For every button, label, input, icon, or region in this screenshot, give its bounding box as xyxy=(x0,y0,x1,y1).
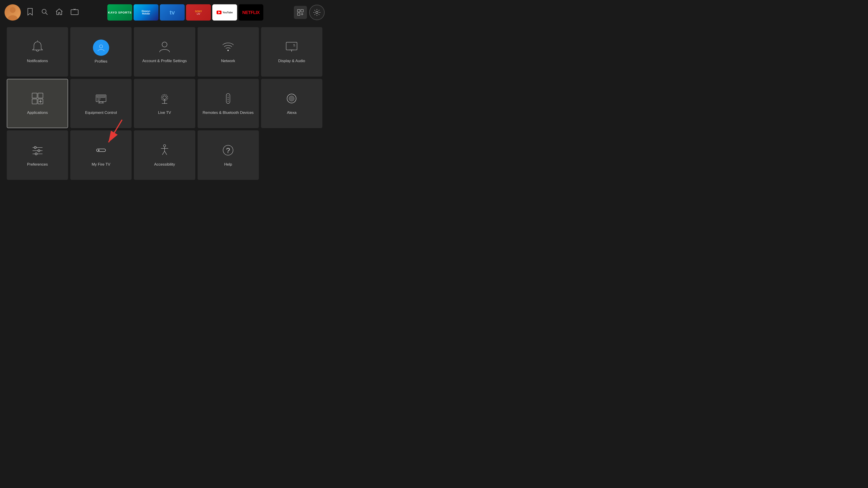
app-tv[interactable]: tv xyxy=(160,4,185,21)
grid-item-preferences[interactable]: Preferences xyxy=(7,130,68,180)
svg-rect-10 xyxy=(301,9,303,12)
accessibility-label: Accessibility xyxy=(154,162,175,167)
settings-grid: Notifications Profiles Account & Profile… xyxy=(0,25,329,184)
svg-point-54 xyxy=(35,153,37,155)
tv-icon[interactable] xyxy=(69,6,81,19)
antenna-icon xyxy=(158,92,171,107)
svg-rect-11 xyxy=(298,13,300,15)
top-navigation: KAYO SPORTS Disney+Hotstar tv SONY LIV Y… xyxy=(0,0,329,25)
nav-left xyxy=(4,4,81,21)
svg-rect-5 xyxy=(71,10,78,15)
network-label: Network xyxy=(221,59,235,64)
svg-rect-24 xyxy=(32,93,37,98)
kayo-label: KAYO SPORTS xyxy=(108,11,131,14)
svg-point-14 xyxy=(316,11,318,13)
netflix-label: NETFLIX xyxy=(242,10,259,15)
svg-point-16 xyxy=(99,45,103,48)
svg-point-52 xyxy=(38,150,40,152)
app-kayo[interactable]: KAYO SPORTS xyxy=(107,4,132,21)
grid-item-alexa[interactable]: Alexa xyxy=(261,79,322,128)
help-label: Help xyxy=(224,162,232,167)
alexa-label: Alexa xyxy=(287,110,297,115)
user-avatar[interactable] xyxy=(4,4,21,21)
svg-rect-26 xyxy=(32,99,37,104)
settings-icon[interactable] xyxy=(309,5,324,20)
hotstar-label: Disney+Hotstar xyxy=(141,9,151,16)
preferences-label: Preferences xyxy=(27,162,48,167)
svg-point-48 xyxy=(289,96,294,101)
svg-line-60 xyxy=(162,151,164,155)
svg-point-46 xyxy=(228,101,228,102)
svg-rect-19 xyxy=(286,42,297,50)
grid-item-remotes[interactable]: Remotes & Bluetooth Devices xyxy=(197,79,259,128)
profile-icon xyxy=(93,39,109,56)
svg-point-57 xyxy=(163,144,166,147)
equipment-icon xyxy=(94,92,108,107)
myfiretv-label: My Fire TV xyxy=(92,162,110,167)
remote-icon xyxy=(221,92,235,107)
svg-point-17 xyxy=(162,42,167,47)
grid-item-applications[interactable]: Applications xyxy=(7,79,68,128)
grid-item-notifications[interactable]: Notifications xyxy=(7,27,68,76)
svg-rect-25 xyxy=(38,93,43,98)
bookmark-icon[interactable] xyxy=(25,6,35,19)
profiles-label: Profiles xyxy=(94,59,107,64)
firetv-icon xyxy=(94,143,108,159)
account-icon xyxy=(158,40,171,55)
display-label: Display & Audio xyxy=(278,59,305,64)
youtube-label: YouTube xyxy=(222,11,232,14)
search-icon[interactable] xyxy=(39,6,50,19)
app-youtube[interactable]: YouTube xyxy=(212,4,237,21)
svg-point-56 xyxy=(98,150,99,151)
app-sony[interactable]: SONY LIV xyxy=(186,4,211,21)
svg-line-4 xyxy=(45,13,48,15)
youtube-content: YouTube xyxy=(217,11,232,14)
livetv-label: Live TV xyxy=(158,110,171,115)
sony-app-content: SONY LIV xyxy=(195,10,202,15)
app-shortcuts: KAYO SPORTS Disney+Hotstar tv SONY LIV Y… xyxy=(107,4,264,21)
apps-icon xyxy=(31,92,44,107)
apps-grid-icon[interactable] xyxy=(294,6,307,19)
app-netflix[interactable]: NETFLIX xyxy=(239,4,264,21)
svg-point-1 xyxy=(8,15,18,21)
applications-label: Applications xyxy=(27,110,48,115)
svg-rect-9 xyxy=(298,9,300,12)
equipment-label: Equipment Control xyxy=(85,110,117,115)
svg-rect-55 xyxy=(96,149,105,152)
notifications-label: Notifications xyxy=(27,59,48,64)
nav-right xyxy=(294,5,324,20)
svg-point-44 xyxy=(228,97,228,98)
svg-text:?: ? xyxy=(226,147,230,155)
svg-point-45 xyxy=(228,99,228,100)
sliders-icon xyxy=(31,143,44,159)
grid-item-equipment[interactable]: Equipment Control xyxy=(70,79,131,128)
wifi-icon xyxy=(221,40,235,55)
tv-app-label: tv xyxy=(169,9,175,16)
alexa-icon xyxy=(285,92,298,107)
home-icon[interactable] xyxy=(54,6,65,19)
app-hotstar[interactable]: Disney+Hotstar xyxy=(133,4,158,21)
svg-point-39 xyxy=(163,96,166,99)
grid-item-account[interactable]: Account & Profile Settings xyxy=(134,27,195,76)
grid-item-profiles[interactable]: Profiles xyxy=(70,27,131,76)
grid-item-myfiretv[interactable]: My Fire TV xyxy=(70,130,131,180)
bell-icon xyxy=(31,40,44,55)
svg-rect-31 xyxy=(97,96,105,98)
svg-point-50 xyxy=(34,147,36,149)
grid-item-livetv[interactable]: Live TV xyxy=(134,79,195,128)
svg-line-61 xyxy=(164,151,167,155)
grid-item-network[interactable]: Network xyxy=(197,27,259,76)
grid-item-display[interactable]: Display & Audio xyxy=(261,27,322,76)
svg-point-18 xyxy=(227,50,229,51)
remotes-label: Remotes & Bluetooth Devices xyxy=(203,110,254,115)
account-label: Account & Profile Settings xyxy=(143,59,187,64)
grid-item-accessibility[interactable]: Accessibility xyxy=(134,130,195,180)
accessibility-icon xyxy=(158,143,171,159)
monitor-icon xyxy=(285,40,298,55)
grid-item-help[interactable]: ? Help xyxy=(197,130,259,180)
svg-point-2 xyxy=(10,7,16,13)
svg-rect-42 xyxy=(226,94,230,103)
help-icon: ? xyxy=(221,143,235,159)
